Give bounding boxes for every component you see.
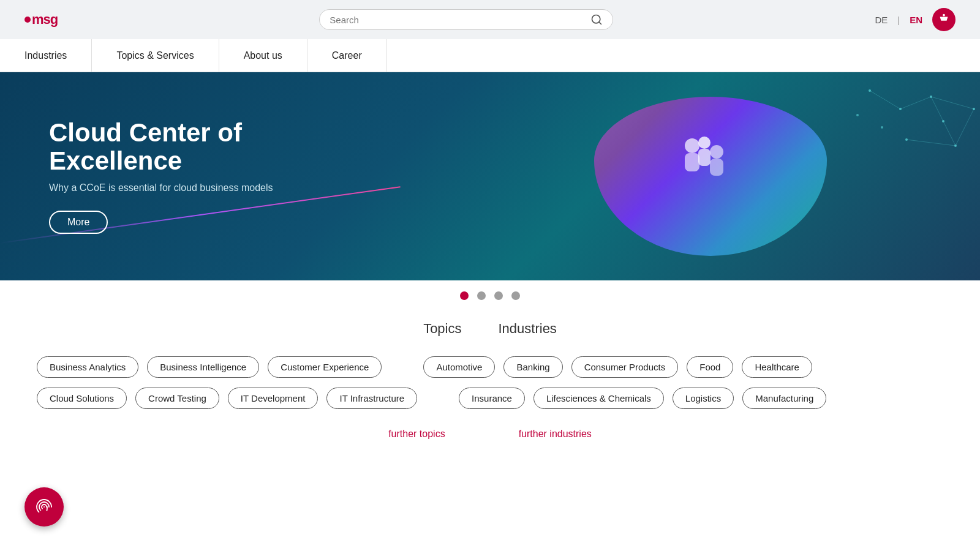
nav-item-career[interactable]: Career	[307, 39, 387, 72]
nav-item-about-us[interactable]: About us	[219, 39, 307, 72]
hero-content: Cloud Center of Excellence Why a CCoE is…	[0, 119, 429, 234]
tags-row-2: Cloud Solutions Crowd Testing IT Develop…	[37, 388, 943, 409]
svg-point-19	[685, 138, 699, 153]
further-topics-link[interactable]: further topics	[388, 429, 445, 440]
tab-industries[interactable]: Industries	[498, 321, 556, 337]
tab-topics[interactable]: Topics	[423, 321, 461, 337]
tag-lifesciences[interactable]: Lifesciences & Chemicals	[533, 388, 664, 409]
people-silhouette	[643, 115, 766, 213]
cloud-visual	[582, 84, 839, 268]
spacer2	[426, 388, 450, 409]
tag-consumer-products[interactable]: Consumer Products	[571, 356, 679, 378]
accessibility-button[interactable]	[932, 8, 956, 31]
svg-rect-24	[698, 149, 710, 166]
hero-visual	[441, 72, 980, 280]
svg-point-2	[943, 14, 945, 17]
further-links: further topics further industries	[37, 429, 943, 440]
carousel-dot-1[interactable]	[460, 291, 469, 300]
search-bar	[319, 9, 613, 30]
tag-crowd-testing[interactable]: Crowd Testing	[135, 388, 219, 409]
logo-text: msg	[32, 12, 58, 28]
hero-subtitle: Why a CCoE is essential for cloud busine…	[49, 182, 380, 193]
tag-logistics[interactable]: Logistics	[673, 388, 734, 409]
hero-title: Cloud Center of Excellence	[49, 119, 380, 175]
carousel-dot-4[interactable]	[511, 291, 520, 300]
logo[interactable]: msg	[24, 12, 58, 28]
header-right: DE | EN	[875, 8, 956, 31]
carousel-dot-2[interactable]	[477, 291, 486, 300]
topics-industries-section: Topics Industries Business Analytics Bus…	[0, 309, 980, 476]
logo-dot	[24, 17, 31, 23]
tag-it-development[interactable]: IT Development	[228, 388, 318, 409]
search-button[interactable]	[590, 13, 603, 26]
further-industries-link[interactable]: further industries	[519, 429, 592, 440]
header: msg DE | EN	[0, 0, 980, 39]
hero-more-button[interactable]: More	[49, 211, 108, 234]
svg-rect-20	[685, 153, 699, 171]
nav-item-industries[interactable]: Industries	[0, 39, 92, 72]
tags-row-1: Business Analytics Business Intelligence…	[37, 356, 943, 378]
tag-it-infrastructure[interactable]: IT Infrastructure	[326, 388, 417, 409]
section-tabs: Topics Industries	[37, 321, 943, 337]
lang-separator: |	[897, 15, 900, 25]
spacer	[390, 356, 415, 378]
tag-food[interactable]: Food	[687, 356, 733, 378]
svg-point-21	[710, 145, 723, 159]
tag-customer-experience[interactable]: Customer Experience	[268, 356, 382, 378]
svg-point-23	[698, 137, 710, 149]
lang-en-button[interactable]: EN	[910, 15, 922, 25]
hero-section: Cloud Center of Excellence Why a CCoE is…	[0, 72, 980, 280]
tag-banking[interactable]: Banking	[503, 356, 562, 378]
tag-healthcare[interactable]: Healthcare	[742, 356, 812, 378]
search-input[interactable]	[330, 15, 590, 25]
tag-cloud-solutions[interactable]: Cloud Solutions	[37, 388, 127, 409]
svg-rect-22	[710, 159, 723, 176]
cloud-figure	[619, 103, 790, 225]
lang-de-button[interactable]: DE	[875, 15, 888, 25]
tag-insurance[interactable]: Insurance	[459, 388, 525, 409]
tag-business-analytics[interactable]: Business Analytics	[37, 356, 138, 378]
svg-line-1	[599, 22, 601, 24]
carousel-dots	[0, 280, 980, 309]
tags-container: Business Analytics Business Intelligence…	[37, 356, 943, 409]
tag-business-intelligence[interactable]: Business Intelligence	[147, 356, 259, 378]
tag-manufacturing[interactable]: Manufacturing	[742, 388, 826, 409]
tag-automotive[interactable]: Automotive	[423, 356, 495, 378]
carousel-dot-3[interactable]	[494, 291, 503, 300]
main-nav: Industries Topics & Services About us Ca…	[0, 39, 980, 72]
nav-item-topics-services[interactable]: Topics & Services	[92, 39, 219, 72]
